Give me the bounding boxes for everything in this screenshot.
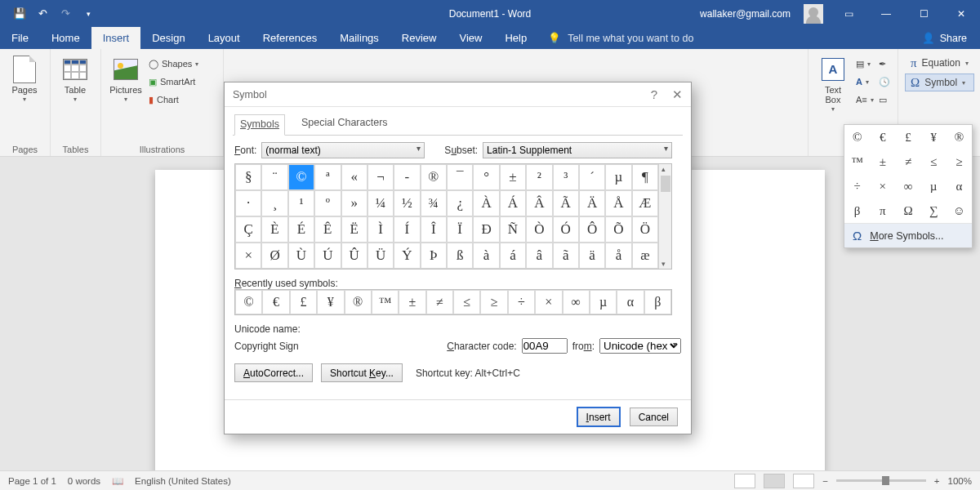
obj-button[interactable]: ▭: [879, 91, 890, 108]
gallery-symbol[interactable]: ×: [870, 174, 895, 198]
qat-customize-icon[interactable]: ▾: [77, 0, 100, 27]
grid-char[interactable]: É: [288, 216, 314, 243]
cancel-button[interactable]: Cancel: [630, 408, 678, 426]
grid-char[interactable]: ¼: [368, 190, 394, 216]
recent-char[interactable]: ≠: [426, 290, 453, 314]
tab-file[interactable]: File: [0, 27, 40, 49]
gallery-symbol[interactable]: ÷: [844, 174, 870, 198]
recent-char[interactable]: ®: [345, 290, 372, 314]
user-email[interactable]: wallaker@gmail.com: [693, 8, 797, 20]
wordart-button[interactable]: A▾: [856, 74, 874, 90]
grid-char[interactable]: å: [605, 243, 631, 269]
share-button[interactable]: 👤Share: [909, 27, 980, 49]
grid-char[interactable]: Ö: [632, 216, 658, 243]
grid-char[interactable]: È: [261, 216, 287, 243]
grid-char[interactable]: ©: [288, 164, 314, 190]
zoom-in[interactable]: +: [934, 476, 940, 486]
grid-char[interactable]: Æ: [632, 190, 658, 216]
tab-symbols[interactable]: Symbols: [234, 114, 285, 136]
tab-mailings[interactable]: Mailings: [328, 27, 390, 49]
gallery-symbol[interactable]: ±: [870, 149, 895, 174]
recent-char[interactable]: ÷: [508, 290, 535, 314]
redo-icon[interactable]: ↷: [54, 0, 77, 27]
grid-char[interactable]: ß: [447, 243, 473, 269]
grid-char[interactable]: Ý: [394, 243, 420, 269]
gallery-symbol[interactable]: π: [870, 198, 895, 223]
grid-char[interactable]: ¾: [421, 190, 447, 216]
subset-select[interactable]: Latin-1 Supplement: [483, 142, 672, 158]
autocorrect-button[interactable]: AutoCorrect...: [234, 363, 313, 382]
view-print[interactable]: [764, 474, 785, 488]
grid-char[interactable]: Þ: [421, 243, 447, 269]
tab-references[interactable]: References: [252, 27, 328, 49]
gallery-symbol[interactable]: ®: [947, 125, 972, 149]
grid-char[interactable]: Ì: [368, 216, 394, 243]
recent-char[interactable]: £: [290, 290, 317, 314]
gallery-symbol[interactable]: ™: [844, 149, 870, 174]
grid-char[interactable]: ³: [553, 164, 579, 190]
grid-char[interactable]: ¿: [447, 190, 473, 216]
recent-char[interactable]: µ: [590, 290, 617, 314]
dropcap-button[interactable]: A≡▾: [856, 91, 874, 108]
recent-char[interactable]: ±: [399, 290, 425, 314]
gallery-symbol[interactable]: £: [895, 125, 920, 149]
recent-char[interactable]: β: [644, 290, 671, 314]
minimize-icon[interactable]: —: [867, 0, 905, 27]
zoom-out[interactable]: −: [822, 476, 828, 486]
grid-char[interactable]: Á: [500, 190, 526, 216]
grid-char[interactable]: Î: [421, 216, 447, 243]
grid-char[interactable]: Ä: [579, 190, 605, 216]
quickparts-button[interactable]: ▤▾: [856, 56, 874, 72]
sig-button[interactable]: ✒: [879, 56, 890, 72]
date-button[interactable]: 🕓: [879, 74, 890, 90]
grid-char[interactable]: à: [473, 243, 499, 269]
maximize-icon[interactable]: ☐: [905, 0, 942, 27]
grid-char[interactable]: ´: [579, 164, 605, 190]
grid-char[interactable]: Ã: [553, 190, 579, 216]
tab-review[interactable]: Review: [390, 27, 448, 49]
view-read[interactable]: [734, 474, 755, 488]
grid-char[interactable]: ×: [235, 243, 261, 269]
grid-char[interactable]: ½: [394, 190, 420, 216]
grid-char[interactable]: Â: [526, 190, 552, 216]
gallery-symbol[interactable]: ∞: [895, 174, 920, 198]
gallery-symbol[interactable]: ©: [844, 125, 870, 149]
grid-char[interactable]: Å: [605, 190, 631, 216]
recent-char[interactable]: ≥: [480, 290, 507, 314]
recent-char[interactable]: ¥: [317, 290, 344, 314]
grid-char[interactable]: ¨: [261, 164, 287, 190]
grid-char[interactable]: ¬: [368, 164, 394, 190]
grid-char[interactable]: ²: [526, 164, 552, 190]
grid-char[interactable]: µ: [605, 164, 631, 190]
grid-char[interactable]: Õ: [605, 216, 631, 243]
proofing-icon[interactable]: 📖: [112, 475, 123, 487]
grid-char[interactable]: Ø: [261, 243, 287, 269]
grid-char[interactable]: Ï: [447, 216, 473, 243]
grid-char[interactable]: Ô: [579, 216, 605, 243]
dialog-close-icon[interactable]: ✕: [672, 87, 683, 102]
recent-char[interactable]: ×: [535, 290, 562, 314]
undo-icon[interactable]: ↶: [31, 0, 54, 27]
pictures-button[interactable]: Pictures▾: [108, 52, 144, 104]
gallery-symbol[interactable]: α: [947, 174, 972, 198]
recent-char[interactable]: α: [617, 290, 644, 314]
textbox-button[interactable]: AText Box▾: [815, 52, 851, 114]
grid-char[interactable]: Ð: [473, 216, 499, 243]
tab-home[interactable]: Home: [40, 27, 91, 49]
insert-button[interactable]: Insert: [577, 408, 620, 426]
gallery-symbol[interactable]: ☺: [947, 198, 972, 223]
gallery-symbol[interactable]: β: [844, 198, 870, 223]
grid-scrollbar[interactable]: [658, 164, 671, 269]
view-web[interactable]: [793, 474, 814, 488]
zoom-level[interactable]: 100%: [948, 476, 972, 486]
tab-help[interactable]: Help: [493, 27, 538, 49]
font-select[interactable]: (normal text): [261, 142, 425, 158]
zoom-slider[interactable]: [836, 479, 926, 482]
grid-char[interactable]: Ó: [553, 216, 579, 243]
save-icon[interactable]: 💾: [8, 0, 31, 27]
grid-char[interactable]: á: [500, 243, 526, 269]
grid-char[interactable]: ¶: [632, 164, 658, 190]
avatar-icon[interactable]: [804, 4, 823, 24]
smartart-button[interactable]: ▣SmartArt: [149, 74, 198, 90]
gallery-symbol[interactable]: €: [870, 125, 895, 149]
